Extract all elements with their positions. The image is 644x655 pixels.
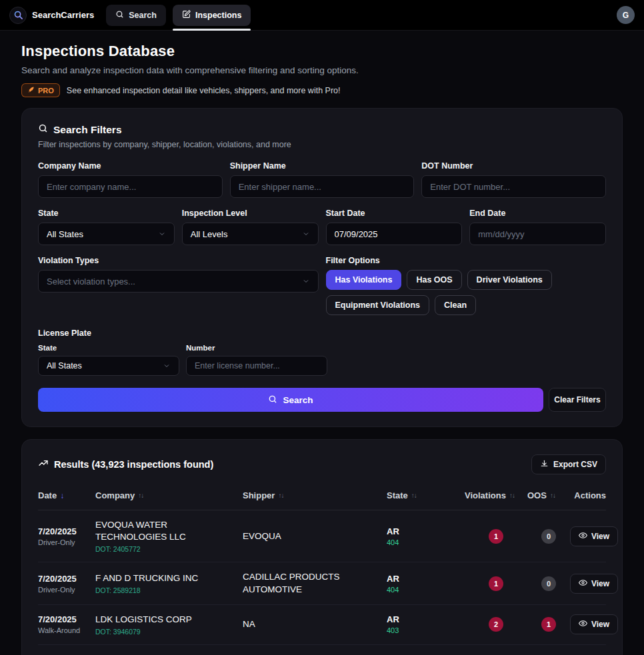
dot-number-input[interactable]	[421, 175, 606, 198]
dot-number: DOT: 2589218	[95, 586, 243, 594]
shipper-name: CADILLAC PRODUCTS AUTOMOTIVE	[243, 571, 387, 595]
filter-options-field: Filter Options Has ViolationsHas OOSDriv…	[326, 256, 607, 315]
pro-text: See enhanced inspection detail like vehi…	[67, 86, 341, 95]
license-state-value: All States	[47, 361, 82, 370]
dot-number-label: DOT Number	[421, 161, 606, 171]
results-card: Results (43,923 inspections found) Expor…	[21, 439, 623, 655]
state-select-value: All States	[47, 229, 83, 239]
pro-badge-label: PRO	[38, 87, 54, 95]
column-header-company[interactable]: Company ↑↓	[95, 490, 243, 500]
search-button-label: Search	[283, 395, 313, 405]
export-csv-button[interactable]: Export CSV	[531, 454, 606, 474]
sort-icon: ↑↓	[278, 492, 283, 499]
end-date-label: End Date	[469, 209, 606, 218]
table-header: Date ↓ Company ↑↓ Shipper ↑↓ State ↑↓ Vi…	[38, 485, 606, 510]
filter-chip[interactable]: Equipment Violations	[326, 295, 430, 315]
view-button-label: View	[591, 532, 609, 541]
eye-icon	[579, 578, 587, 589]
company-name: F AND D TRUCKING INC	[95, 572, 243, 584]
export-csv-label: Export CSV	[553, 460, 597, 469]
sort-icon: ↑↓	[550, 492, 555, 499]
state-detail: 404	[387, 586, 465, 594]
column-header-violations[interactable]: Violations ↑↓	[465, 490, 527, 500]
tab-search[interactable]: Search	[106, 5, 166, 26]
shipper-name: EVOQUA	[243, 530, 387, 542]
download-icon	[540, 459, 549, 470]
dot-number: DOT: 2405772	[95, 545, 243, 553]
column-header-date[interactable]: Date ↓	[38, 490, 95, 500]
search-icon	[115, 10, 124, 21]
inspection-level: Driver-Only	[38, 538, 95, 546]
sort-desc-icon: ↓	[60, 491, 64, 500]
tab-inspections[interactable]: Inspections	[173, 5, 251, 26]
search-button[interactable]: Search	[38, 388, 543, 412]
sort-icon: ↑↓	[411, 492, 417, 499]
state-field: State All States	[38, 209, 175, 245]
violations-badge: 2	[489, 617, 503, 632]
company-name-field: Company Name	[38, 161, 223, 198]
column-header-shipper[interactable]: Shipper ↑↓	[243, 490, 387, 500]
clear-filters-button[interactable]: Clear Filters	[549, 388, 606, 412]
violations-badge: 1	[489, 576, 503, 591]
oos-badge: 1	[541, 617, 556, 632]
state-code: AR	[387, 574, 465, 584]
state-code: AR	[387, 526, 465, 536]
view-button[interactable]: View	[570, 614, 618, 634]
main-content: Inspections Database Search and analyze …	[0, 31, 644, 655]
shipper-name-input[interactable]	[230, 175, 415, 198]
column-header-oos[interactable]: OOS ↑↓	[527, 490, 570, 500]
state-select[interactable]: All States	[38, 223, 175, 245]
pro-banner: PRO See enhanced inspection detail like …	[21, 83, 623, 97]
company-name-label: Company Name	[38, 161, 223, 171]
view-button[interactable]: View	[570, 526, 618, 546]
filter-chip[interactable]: Driver Violations	[467, 270, 552, 290]
violation-types-label: Violation Types	[38, 256, 319, 265]
start-date-label: Start Date	[326, 209, 463, 218]
license-number-input[interactable]	[186, 356, 327, 376]
view-button[interactable]: View	[570, 574, 618, 594]
filter-chip[interactable]: Clean	[435, 295, 476, 315]
inspection-level-select[interactable]: All Levels	[182, 223, 319, 245]
column-header-state[interactable]: State ↑↓	[387, 490, 465, 500]
filter-options-chips: Has ViolationsHas OOSDriver ViolationsEq…	[326, 270, 607, 315]
pro-badge: PRO	[21, 83, 60, 97]
tab-search-label: Search	[129, 11, 157, 20]
inspection-date: 7/20/2025	[38, 574, 95, 584]
violation-types-field: Violation Types Select violation types..…	[38, 256, 319, 315]
violations-badge: 1	[489, 529, 503, 544]
search-icon	[38, 123, 48, 136]
state-code: AR	[387, 614, 465, 624]
user-avatar[interactable]: G	[617, 6, 635, 24]
chevron-down-icon	[163, 362, 171, 370]
view-button-label: View	[591, 579, 609, 588]
license-plate-label: License Plate	[38, 328, 606, 338]
tab-inspections-label: Inspections	[195, 11, 241, 20]
filters-card-subtitle: Filter inspections by company, shipper, …	[38, 140, 606, 149]
filter-chip[interactable]: Has OOS	[407, 270, 461, 290]
inspection-level-field: Inspection Level All Levels	[182, 209, 319, 245]
navbar: SearchCarriers Search Inspections G	[0, 0, 644, 31]
chevron-down-icon	[158, 230, 166, 238]
company-name-input[interactable]	[38, 175, 223, 198]
shipper-name-label: Shipper Name	[230, 161, 415, 171]
brand-logo-icon	[9, 7, 27, 24]
table-row: 7/20/2025 Full T-MAR LOGISTICS SA DE CV …	[38, 645, 606, 655]
end-date-input[interactable]	[469, 223, 606, 245]
rocket-icon	[27, 86, 35, 95]
inspection-date: 7/20/2025	[38, 614, 95, 624]
nav-tabs: Search Inspections	[106, 0, 251, 30]
search-icon	[268, 394, 277, 406]
page-title: Inspections Database	[21, 43, 623, 60]
license-state-select[interactable]: All States	[38, 356, 179, 376]
filters-card-title: Search Filters	[38, 123, 606, 136]
filter-chip[interactable]: Has Violations	[326, 270, 402, 290]
violation-types-select[interactable]: Select violation types...	[38, 270, 319, 293]
inspection-level-label: Inspection Level	[182, 209, 319, 218]
results-title: Results (43,923 inspections found)	[54, 459, 213, 470]
license-number-field: Number	[186, 344, 327, 376]
table-body: 7/20/2025 Driver-Only EVOQUA WATER TECHN…	[38, 510, 606, 655]
start-date-input[interactable]	[326, 223, 463, 245]
chevron-down-icon	[302, 277, 310, 285]
dot-number-field: DOT Number	[421, 161, 606, 198]
state-detail: 404	[387, 538, 465, 546]
